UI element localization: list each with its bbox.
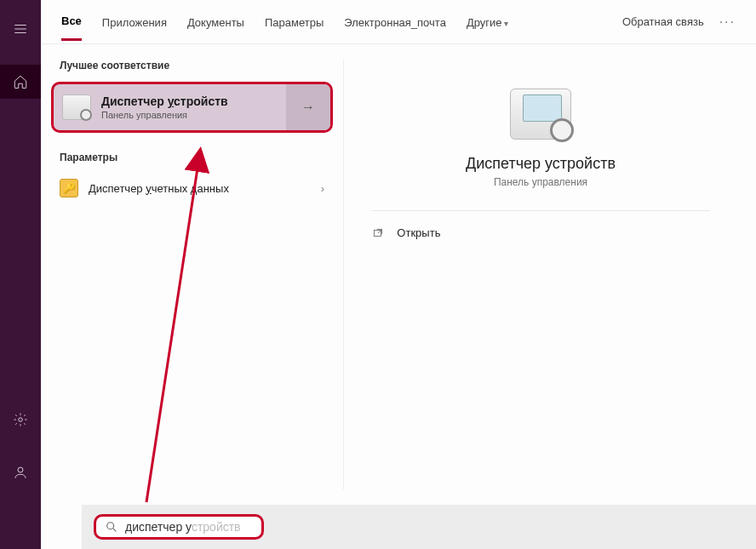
tab-documents[interactable]: Документы <box>187 4 244 40</box>
device-manager-large-icon <box>510 89 571 140</box>
search-icon <box>105 520 118 534</box>
start-sidebar <box>0 0 41 549</box>
best-match-heading: Лучшее соответствие <box>41 54 343 78</box>
filter-tabs: Все Приложения Документы Параметры Элект… <box>41 0 756 44</box>
device-manager-icon <box>62 94 91 120</box>
overflow-menu-icon[interactable]: ··· <box>719 14 736 30</box>
best-match-title-ul: у <box>168 94 174 108</box>
detail-subtitle: Панель управления <box>494 176 587 188</box>
feedback-link[interactable]: Обратная связь <box>622 15 704 28</box>
tab-settings[interactable]: Параметры <box>265 4 324 40</box>
best-match-text: Диспетчер устройств Панель управления <box>101 94 228 120</box>
best-match-item[interactable]: Диспетчер устройств Панель управления → <box>51 82 333 133</box>
tab-apps[interactable]: Приложения <box>102 4 167 40</box>
credential-manager-icon: 🔑 <box>60 179 78 197</box>
tab-more[interactable]: Другие <box>467 4 508 40</box>
separator <box>371 210 709 211</box>
results-pane: Лучшее соответствие Диспетчер устройств … <box>41 44 343 505</box>
best-match-title-pre: Диспетчер <box>101 94 168 108</box>
param-item-credentials[interactable]: 🔑 Диспетчер учетных данных › <box>41 170 343 206</box>
param-title-pre: Диспетчер <box>89 182 146 195</box>
person-icon[interactable] <box>0 455 41 489</box>
best-match-title-post: стройств <box>174 94 228 108</box>
search-input[interactable]: диспетчер устройств <box>94 514 264 540</box>
svg-point-0 <box>19 418 23 422</box>
detail-title: Диспетчер устройств <box>466 155 616 173</box>
search-suggestion-text: стройств <box>192 520 241 534</box>
best-match-body[interactable]: Диспетчер устройств Панель управления <box>54 84 286 130</box>
expand-arrow-icon[interactable]: → <box>286 84 330 130</box>
open-icon <box>371 227 385 239</box>
svg-point-1 <box>18 467 23 472</box>
detail-pane: Диспетчер устройств Панель управления От… <box>343 60 737 489</box>
home-icon[interactable] <box>0 65 41 99</box>
search-panel: Все Приложения Документы Параметры Элект… <box>41 0 756 549</box>
tab-all[interactable]: Все <box>61 3 82 41</box>
svg-point-3 <box>107 523 114 529</box>
param-title-post: четных данных <box>152 182 229 195</box>
search-bar: диспетчер устройств <box>82 505 756 549</box>
best-match-subtitle: Панель управления <box>101 110 228 120</box>
open-label: Открыть <box>397 226 440 239</box>
params-heading: Параметры <box>41 146 343 170</box>
hamburger-icon[interactable] <box>0 12 41 46</box>
open-action[interactable]: Открыть <box>371 226 709 239</box>
gear-icon[interactable] <box>0 403 41 437</box>
search-typed-text: диспетчер у <box>125 520 192 534</box>
chevron-right-icon: › <box>321 182 324 195</box>
tab-email[interactable]: Электронная_почта <box>344 4 446 40</box>
